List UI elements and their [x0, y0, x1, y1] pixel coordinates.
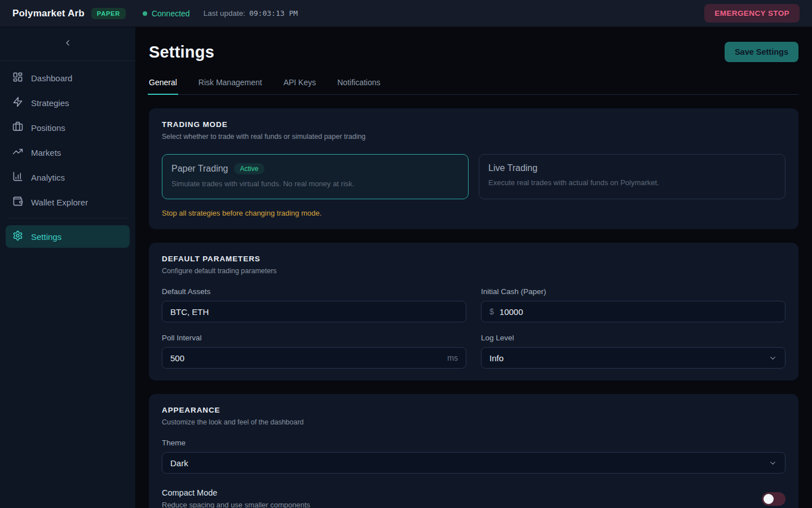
chevron-down-icon [769, 459, 777, 467]
sidebar-item-dashboard[interactable]: Dashboard [6, 67, 130, 89]
live-trading-description: Execute real trades with actual funds on… [488, 178, 776, 187]
sidebar-divider [7, 218, 129, 218]
sidebar-item-label: Strategies [31, 98, 69, 108]
dashboard-grid-icon [12, 72, 23, 84]
connection-status-label: Connected [152, 9, 190, 18]
default-assets-label: Default Assets [162, 287, 466, 296]
topbar: Polymarket Arb PAPER Connected Last upda… [0, 0, 812, 27]
appearance-subtitle: Customize the look and feel of the dashb… [162, 418, 785, 426]
poll-interval-input[interactable] [170, 353, 442, 363]
tab-risk-management[interactable]: Risk Management [198, 78, 262, 94]
live-trading-label: Live Trading [488, 163, 537, 173]
compact-mode-toggle[interactable] [762, 492, 785, 506]
active-badge: Active [234, 163, 265, 174]
poll-interval-field: Poll Interval ms [162, 334, 466, 369]
default-assets-field: Default Assets [162, 287, 466, 322]
last-update-time: 09:03:13 PM [249, 9, 298, 17]
log-level-select[interactable]: Info [481, 347, 785, 369]
paper-trading-description: Simulate trades with virtual funds. No r… [171, 179, 459, 188]
sidebar-item-label: Positions [31, 123, 65, 133]
initial-cash-field: Initial Cash (Paper) $ [481, 287, 785, 322]
live-trading-option[interactable]: Live Trading Execute real trades with ac… [479, 154, 785, 199]
default-parameters-card: DEFAULT PARAMETERS Configure default tra… [149, 243, 798, 380]
wallet-icon [12, 196, 23, 208]
ms-suffix: ms [447, 353, 458, 362]
sidebar-item-positions[interactable]: Positions [6, 116, 130, 139]
log-level-label: Log Level [481, 334, 785, 342]
theme-value: Dark [170, 458, 188, 468]
chevron-left-icon [63, 38, 72, 49]
sidebar-item-label: Settings [31, 232, 61, 242]
compact-mode-description: Reduce spacing and use smaller component… [162, 501, 310, 508]
trading-mode-card: TRADING MODE Select whether to trade wit… [149, 108, 798, 229]
chevron-down-icon [769, 354, 777, 362]
main-content: Settings Save Settings General Risk Mana… [135, 27, 812, 508]
tab-general[interactable]: General [149, 78, 177, 94]
initial-cash-input[interactable] [500, 307, 777, 317]
zap-icon [12, 97, 23, 109]
sidebar-nav: Dashboard Strategies Positions Markets A… [0, 61, 135, 250]
sidebar-item-label: Markets [31, 148, 61, 157]
trading-mode-warning: Stop all strategies before changing trad… [162, 209, 785, 217]
connection-status: Connected [143, 9, 190, 18]
save-settings-button[interactable]: Save Settings [725, 42, 798, 62]
default-parameters-title: DEFAULT PARAMETERS [162, 255, 785, 263]
sidebar-item-label: Wallet Explorer [31, 198, 88, 207]
appearance-card: APPEARANCE Customize the look and feel o… [149, 394, 798, 508]
settings-tabs: General Risk Management API Keys Notific… [149, 78, 798, 95]
sidebar-item-analytics[interactable]: Analytics [6, 166, 130, 189]
connection-status-dot [143, 11, 147, 16]
paper-trading-option[interactable]: Paper Trading Active Simulate trades wit… [162, 154, 469, 199]
page-title: Settings [149, 43, 214, 62]
sidebar: Dashboard Strategies Positions Markets A… [0, 27, 135, 508]
default-parameters-subtitle: Configure default trading parameters [162, 267, 785, 275]
sidebar-item-strategies[interactable]: Strategies [6, 91, 130, 114]
bar-chart-icon [12, 171, 23, 183]
appearance-title: APPEARANCE [162, 406, 785, 414]
currency-prefix: $ [489, 307, 494, 316]
last-update: Last update: 09:03:13 PM [204, 9, 298, 17]
gear-icon [12, 230, 23, 243]
trading-mode-title: TRADING MODE [162, 120, 785, 129]
compact-mode-row: Compact Mode Reduce spacing and use smal… [162, 488, 785, 508]
paper-mode-badge: PAPER [91, 8, 126, 19]
log-level-field: Log Level Info [481, 334, 785, 369]
toggle-knob [764, 494, 774, 504]
sidebar-header [0, 27, 135, 61]
default-assets-input[interactable] [170, 307, 458, 317]
sidebar-item-markets[interactable]: Markets [6, 141, 130, 164]
sidebar-item-settings[interactable]: Settings [6, 225, 130, 248]
theme-select[interactable]: Dark [162, 452, 785, 474]
tab-api-keys[interactable]: API Keys [284, 78, 316, 94]
poll-interval-label: Poll Interval [162, 334, 466, 342]
sidebar-collapse-button[interactable] [60, 35, 76, 52]
log-level-value: Info [489, 353, 504, 363]
app-title: Polymarket Arb [12, 8, 85, 19]
briefcase-icon [12, 121, 23, 134]
sidebar-item-label: Dashboard [31, 73, 72, 83]
paper-trading-label: Paper Trading [171, 164, 228, 174]
tab-notifications[interactable]: Notifications [337, 78, 380, 94]
trading-mode-subtitle: Select whether to trade with real funds … [162, 133, 785, 141]
last-update-label: Last update: [204, 9, 245, 17]
theme-field: Theme Dark [162, 439, 785, 474]
sidebar-item-label: Analytics [31, 173, 65, 182]
compact-mode-label: Compact Mode [162, 488, 310, 497]
emergency-stop-button[interactable]: EMERGENCY STOP [704, 4, 800, 23]
theme-label: Theme [162, 439, 785, 447]
initial-cash-label: Initial Cash (Paper) [481, 287, 785, 296]
sidebar-item-wallet-explorer[interactable]: Wallet Explorer [6, 191, 130, 213]
trending-up-icon [12, 146, 23, 159]
